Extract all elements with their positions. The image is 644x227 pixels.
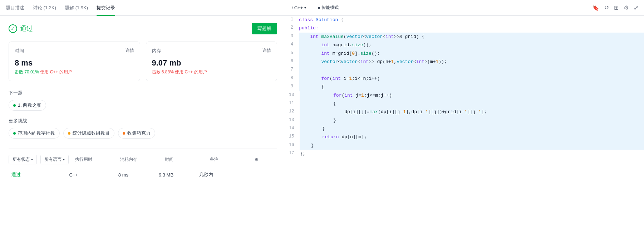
code-line-5: 5 int m=grid[0].size(); [286,49,644,58]
code-line-4: 4 int n=grid.size(); [286,41,644,49]
mode-badge: 智能模式 [318,5,339,11]
col-timestamp: 时间 [162,156,207,163]
filter-lang-button[interactable]: 所有语言 ▾ [40,155,69,164]
code-line-10: 10 for(int j=1;j<=m;j++) [286,91,644,100]
expand-icon[interactable]: ⤢ [634,4,638,11]
cell-memory: 9.3 MB [156,172,196,178]
tab-solutions[interactable]: 题解 (1.9K) [65,0,88,15]
lang-name: C++ [294,5,303,10]
time-beat-text: 使用 C++ 的用户 [40,69,72,74]
col-time: 执行用时 [72,156,117,163]
code-line-3: 3 int maxValue(vector<vector<int>>& grid… [286,33,644,41]
next-problem-dot [13,104,16,107]
time-detail-link[interactable]: 详情 [126,48,134,54]
line-content-6: vector<vector<int>> dp(n+1,vector<int>(m… [299,58,644,66]
line-content-10: for(int j=1;j<=m;j++) [300,91,644,100]
next-problem-section: 下一题 1. 两数之和 [9,90,277,111]
table-header-row: 所有状态 ▾ 所有语言 ▾ 执行用时 消耗内存 时间 备注 ⚙ [9,155,277,164]
line-num-8: 8 [286,74,299,82]
mode-dot-icon [318,7,320,9]
line-content-11: { [300,100,644,108]
memory-detail-link[interactable]: 详情 [262,48,271,54]
tab-submissions[interactable]: 提交记录 [97,0,115,15]
line-num-16: 16 [286,141,300,149]
chevron-down-icon-2: ▾ [63,158,65,161]
challenge-label-2: 收集巧克力 [127,130,151,136]
line-content-7 [299,66,644,74]
filter-status-button[interactable]: 所有状态 ▾ [9,155,37,164]
code-line-6: 6 vector<vector<int>> dp(n+1,vector<int>… [286,58,644,66]
line-content-8: for(int i=1;i<=n;i++) [299,74,644,83]
bookmark-icon[interactable]: 🔖 [592,4,599,11]
line-content-2: public: [299,24,644,32]
toolbar-separator [312,5,312,11]
cell-time: 8 ms [115,172,156,178]
challenge-tag-0[interactable]: 范围内的数字计数 [9,128,60,139]
next-problem-label: 1. 两数之和 [18,102,41,108]
tab-discussion[interactable]: 讨论 (1.2K) [33,0,56,15]
chevron-down-icon: ▾ [31,158,33,161]
time-card: 时间 详情 8 ms 击败 70.01% 使用 C++ 的用户 [9,42,140,81]
memory-label: 内存 [152,48,271,54]
line-content-5: int m=grid[0].size(); [299,49,644,58]
tab-description[interactable]: 题目描述 [6,0,24,15]
code-line-1: 1 class Solution { [286,16,644,24]
write-solution-button[interactable]: 写题解 [252,23,277,34]
line-num-7: 7 [286,66,299,74]
next-problem-title: 下一题 [9,90,277,96]
code-line-12: 12 dp[i][j]=max(dp[i][j-1],dp[i-1][j])+g… [286,108,644,116]
next-problem-item[interactable]: 1. 两数之和 [9,100,46,111]
line-num-17: 17 [286,150,300,158]
status-text: 通过 [20,24,33,33]
settings-icon[interactable]: ⚙ [624,4,629,11]
code-line-13: 13 } [286,116,644,125]
line-num-13: 13 [286,116,300,124]
time-beat-pct: 击败 70.01% [15,69,39,74]
line-content-13: } [300,116,644,125]
challenge-tags-list: 范围内的数字计数 统计隐藏数组数目 收集巧克力 [9,128,277,139]
challenge-dot-0 [13,132,16,135]
code-editor-panel: i C++ ▾ 智能模式 🔖 ↺ ⊞ ⚙ ⤢ 1 class Solution … [286,0,644,227]
code-content: 1 class Solution { 2 public: 3 int maxVa… [286,16,644,227]
line-content-1: class Solution { [299,16,644,24]
more-challenges-title: 更多挑战 [9,118,277,124]
line-content-15: return dp[n][m]; [300,133,644,141]
challenge-tag-2[interactable]: 收集巧克力 [118,128,155,139]
line-content-9: { [299,83,644,91]
stats-row: 时间 详情 8 ms 击败 70.01% 使用 C++ 的用户 内存 详情 9.… [9,42,277,81]
line-num-12: 12 [286,108,300,116]
line-num-4: 4 [286,41,299,49]
cell-lang: C++ [67,172,115,178]
line-num-14: 14 [286,125,300,132]
table-row: 通过 C++ 8 ms 9.3 MB 几秒内 [9,169,277,181]
undo-icon[interactable]: ↺ [604,4,609,11]
language-selector[interactable]: i C++ ▾ [292,5,306,10]
filter-status-label: 所有状态 [13,156,30,163]
line-content-3: int maxValue(vector<vector<int>>& grid) … [299,33,644,41]
challenge-label-0: 范围内的数字计数 [18,130,55,136]
mode-label: 智能模式 [321,5,339,11]
time-sub: 击败 70.01% 使用 C++ 的用户 [15,69,134,75]
line-num-3: 3 [286,33,299,40]
time-label: 时间 [15,48,134,54]
layout-icon[interactable]: ⊞ [614,4,619,11]
col-note: 备注 [207,156,252,163]
challenge-tag-1[interactable]: 统计隐藏数组数目 [63,128,114,139]
memory-sub: 击败 6.88% 使用 C++ 的用户 [152,69,271,75]
cell-status[interactable]: 通过 [9,172,67,178]
col-extra: ⚙ [252,157,277,162]
line-num-6: 6 [286,58,299,66]
challenge-dot-2 [123,132,125,135]
line-num-10: 10 [286,91,300,99]
challenge-label-1: 统计隐藏数组数目 [73,130,110,136]
time-value: 8 ms [15,58,134,68]
editor-toolbar: i C++ ▾ 智能模式 🔖 ↺ ⊞ ⚙ ⤢ [286,0,644,16]
line-num-5: 5 [286,49,299,57]
cell-timestamp: 几秒内 [196,172,237,178]
line-num-2: 2 [286,24,299,32]
left-panel: 题目描述 讨论 (1.2K) 题解 (1.9K) 提交记录 ✓ 通过 写题解 时… [0,0,286,227]
line-num-11: 11 [286,100,300,107]
code-line-14: 14 } [286,125,644,133]
memory-value: 9.07 mb [152,58,271,68]
tabs-bar: 题目描述 讨论 (1.2K) 题解 (1.9K) 提交记录 [0,0,286,16]
